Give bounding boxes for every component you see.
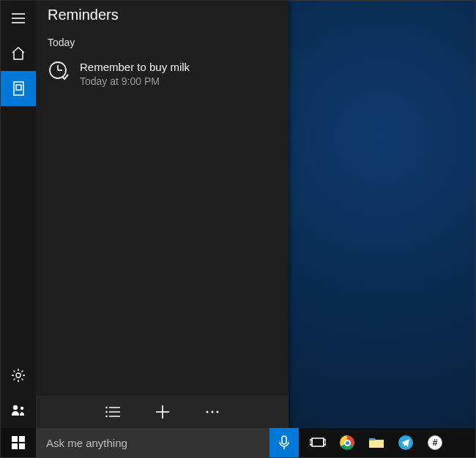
svg-rect-3	[14, 82, 23, 95]
more-button[interactable]	[202, 402, 223, 422]
feedback-icon	[11, 404, 26, 417]
file-explorer-icon	[368, 436, 384, 449]
svg-rect-29	[310, 440, 312, 445]
taskbar-app-slack[interactable]: #	[426, 434, 444, 451]
taskbar-app-explorer[interactable]	[368, 434, 385, 451]
list-icon	[105, 406, 120, 418]
section-label: Today	[36, 28, 289, 54]
nav-rail	[1, 1, 36, 428]
home-icon	[11, 47, 26, 60]
menu-button[interactable]	[1, 1, 36, 36]
search-placeholder: Ask me anything	[46, 437, 127, 449]
svg-point-7	[21, 407, 23, 410]
svg-point-6	[13, 405, 18, 410]
svg-point-16	[105, 416, 108, 418]
nav-feedback[interactable]	[1, 393, 36, 428]
svg-rect-25	[19, 443, 25, 449]
svg-rect-30	[324, 440, 326, 445]
hamburger-icon	[12, 13, 25, 23]
taskbar-app-chrome[interactable]	[338, 434, 356, 451]
svg-point-14	[105, 407, 108, 409]
start-button[interactable]	[1, 428, 36, 457]
task-view-button[interactable]	[309, 434, 327, 451]
cortana-search-box[interactable]: Ask me anything	[36, 428, 299, 457]
task-view-icon	[310, 436, 326, 449]
chrome-icon	[340, 435, 354, 450]
svg-rect-24	[12, 443, 18, 449]
add-reminder-button[interactable]	[152, 402, 173, 422]
svg-rect-28	[312, 438, 324, 446]
svg-rect-26	[282, 436, 286, 444]
svg-point-15	[105, 411, 108, 413]
clock-icon	[48, 60, 70, 82]
svg-rect-31	[369, 440, 384, 448]
svg-point-5	[16, 373, 21, 378]
telegram-icon	[398, 435, 413, 450]
svg-point-20	[211, 410, 213, 413]
cortana-mic-button[interactable]	[269, 428, 299, 457]
svg-rect-22	[12, 436, 18, 442]
reminders-pane: Reminders Today Remember to buy milk Tod…	[36, 1, 289, 428]
plus-icon	[155, 405, 170, 419]
list-view-button[interactable]	[103, 402, 123, 422]
nav-notebook[interactable]	[1, 71, 36, 106]
gear-icon	[11, 368, 26, 383]
reminder-subtitle: Today at 9:00 PM	[80, 75, 190, 88]
svg-rect-4	[16, 85, 21, 90]
microphone-icon	[279, 435, 289, 450]
notebook-icon	[12, 81, 25, 96]
more-icon	[205, 410, 220, 414]
svg-rect-32	[369, 438, 375, 440]
taskbar-icons: #	[299, 428, 475, 457]
nav-settings[interactable]	[1, 358, 36, 393]
taskbar-app-telegram[interactable]	[397, 434, 414, 451]
taskbar: Ask me anything	[1, 428, 475, 457]
svg-point-21	[216, 410, 218, 413]
pane-title: Reminders	[36, 1, 289, 28]
nav-home[interactable]	[1, 36, 36, 71]
pane-actions	[36, 396, 289, 428]
svg-rect-23	[19, 436, 25, 442]
windows-icon	[12, 436, 25, 449]
reminder-title: Remember to buy milk	[80, 60, 190, 75]
cortana-panel: Reminders Today Remember to buy milk Tod…	[1, 1, 289, 428]
reminder-item[interactable]: Remember to buy milk Today at 9:00 PM	[36, 54, 289, 94]
slack-icon: #	[428, 435, 442, 450]
svg-point-19	[206, 410, 208, 413]
